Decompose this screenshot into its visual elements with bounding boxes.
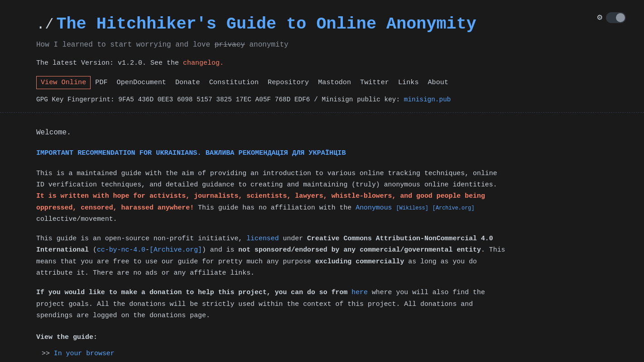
- guide-list: >> In your browser >> PDF >> OpenDocumen…: [36, 348, 507, 362]
- header: ⚙ ./ The Hitchhiker's Guide to Online An…: [0, 0, 644, 112]
- ukraine-rec: IMPORTANT RECOMMENDATION FOR UKRAINIANS.…: [36, 148, 507, 158]
- subtitle-strikethrough: privacy: [215, 41, 245, 49]
- view-guide-section: View the guide: >> In your browser >> PD…: [36, 332, 507, 362]
- guide-browser: >> In your browser: [42, 348, 507, 359]
- license-start: This guide is an open-source non-profit …: [36, 235, 246, 242]
- welcome-text: Welcome.: [36, 127, 507, 139]
- nav-view-online[interactable]: View Online: [36, 76, 91, 89]
- subtitle: How I learned to start worrying and love…: [36, 39, 608, 51]
- version-text: The latest Version: v1.2.0. See the: [36, 59, 183, 67]
- anonymous-link[interactable]: Anonymous: [356, 204, 392, 211]
- nav-donate[interactable]: Donate: [171, 76, 205, 89]
- subtitle-start: How I learned to start worrying and love: [36, 41, 215, 49]
- intro-p1-tail: collective/movement.: [36, 215, 117, 223]
- nav-links[interactable]: Links: [394, 76, 423, 89]
- title-main: The Hitchhiker's Guide to Online Anonymi…: [56, 11, 476, 38]
- donation-bold: If you would like to make a donation to …: [36, 289, 351, 296]
- title-prefix: ./: [36, 13, 53, 36]
- toggle-switch[interactable]: [606, 12, 626, 23]
- nav-twitter[interactable]: Twitter: [356, 76, 394, 89]
- nav-repository[interactable]: Repository: [263, 76, 313, 89]
- license-paragraph: This guide is an open-source non-profit …: [36, 233, 507, 279]
- anonymous-wikiless[interactable]: [Wikiless]: [396, 205, 428, 211]
- arrow-browser: >>: [42, 350, 54, 357]
- not-sponsored: not sponsored/endorsed by any commercial…: [238, 246, 481, 253]
- intro-p1-start: This is a maintained guide with the aim …: [36, 170, 497, 188]
- nav-about[interactable]: About: [423, 76, 453, 89]
- subtitle-end: anonymity: [245, 41, 288, 49]
- browser-link[interactable]: In your browser: [54, 350, 115, 357]
- excluding: excluding commercially: [315, 258, 404, 265]
- cc-link[interactable]: cc-by-nc-4.0: [97, 246, 145, 253]
- minisign-link[interactable]: minisign.pub: [404, 96, 451, 103]
- dark-mode-toggle[interactable]: ⚙: [597, 11, 626, 25]
- gpg-line: GPG Key Fingerprint: 9FA5 436D 0EE3 6098…: [36, 95, 608, 105]
- view-guide-title: View the guide:: [36, 332, 507, 343]
- cc-archive-link[interactable]: [Archive.org]: [149, 246, 202, 253]
- nav-pdf[interactable]: PDF: [91, 76, 112, 89]
- donation-paragraph: If you would like to make a donation to …: [36, 287, 507, 321]
- license-mid: under: [279, 235, 308, 242]
- title-line: ./ The Hitchhiker's Guide to Online Anon…: [36, 11, 608, 38]
- version-line: The latest Version: v1.2.0. See the chan…: [36, 58, 608, 69]
- gear-icon: ⚙: [597, 11, 602, 25]
- gpg-text: GPG Key Fingerprint: 9FA5 436D 0EE3 6098…: [36, 96, 400, 103]
- nav-bar: View Online PDF OpenDocument Donate Cons…: [36, 76, 608, 89]
- here-link[interactable]: here: [351, 289, 368, 296]
- intro-p1-end: This guide has no affiliation with the: [194, 204, 356, 211]
- nav-constitution[interactable]: Constitution: [205, 76, 263, 89]
- changelog-link[interactable]: changelog.: [183, 59, 224, 67]
- toggle-knob: [616, 13, 625, 22]
- nav-opendocument[interactable]: OpenDocument: [112, 76, 171, 89]
- license-end-1: ) and is: [202, 246, 238, 253]
- intro-paragraph-1: This is a maintained guide with the aim …: [36, 168, 507, 225]
- anonymous-archive[interactable]: [Archive.org]: [433, 205, 475, 211]
- content: Welcome. IMPORTANT RECOMMENDATION FOR UK…: [0, 113, 543, 362]
- licensed-link[interactable]: licensed: [246, 235, 279, 242]
- nav-mastodon[interactable]: Mastodon: [313, 76, 356, 89]
